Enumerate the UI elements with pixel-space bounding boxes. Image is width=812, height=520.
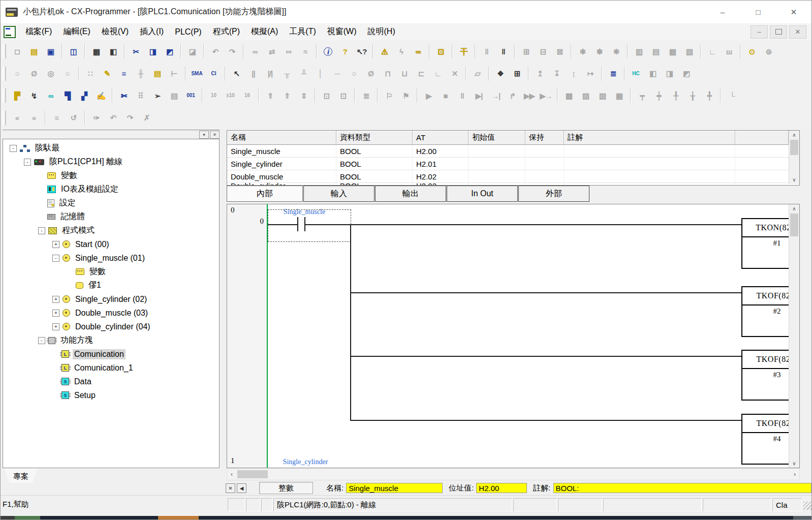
monitor-mode-button[interactable]: ✽ <box>591 44 607 58</box>
zoom-tool-button[interactable]: Ø <box>26 67 42 81</box>
step-in-button[interactable]: →| <box>488 88 504 103</box>
clear-pause-points-button[interactable]: ⚑ <box>398 88 414 103</box>
address-reference-window-button[interactable]: ▞ <box>76 88 92 103</box>
go-to-rung-button[interactable]: ▱ <box>470 67 485 81</box>
tree-item-data[interactable]: SData <box>3 375 219 388</box>
menu-i[interactable]: 插入(I) <box>134 23 169 40</box>
scroll-thumb[interactable] <box>237 470 268 478</box>
transfer-to-plc-button[interactable]: ⊞ <box>518 44 534 58</box>
timing-chart-3-button[interactable]: ╀ <box>668 88 683 103</box>
tree-item--[interactable]: -功能方塊 <box>3 333 219 347</box>
table-row[interactable]: Single_muscleBOOLH2.00 <box>227 145 799 158</box>
minimize-button[interactable]: – <box>705 1 740 23</box>
redo-button[interactable]: ↷ <box>224 44 240 58</box>
scroll-left-icon[interactable]: ‹ <box>227 469 236 480</box>
signed-decimal-display-button[interactable]: ±10 <box>223 88 238 103</box>
tree-item--plc1-cp1h-[interactable]: -陔PLC1[CP1H] 離線 <box>3 155 219 169</box>
connect-line-button[interactable]: ∟ <box>430 67 446 81</box>
editbar-back-button[interactable]: ◀ <box>237 483 246 493</box>
align-list-button[interactable]: ≡ <box>49 111 65 125</box>
toolbar-grip[interactable] <box>3 88 6 103</box>
zoom-out-button[interactable]: ○ <box>9 67 25 81</box>
timing-chart-5-button[interactable]: ╇ <box>701 88 717 103</box>
panel-close-button[interactable]: ✕ <box>210 131 220 139</box>
cut-button[interactable]: ✂ <box>128 44 144 58</box>
add-to-watch-button[interactable]: ↥ <box>532 67 548 81</box>
properties-window-button[interactable]: ✍ <box>93 88 109 103</box>
plc-monitor-1-button[interactable]: ▩ <box>561 88 577 103</box>
delete-line-button[interactable]: ✕ <box>447 67 462 81</box>
resize-grip[interactable] <box>803 502 811 510</box>
contact-operand-label[interactable]: Single_cylinder <box>270 458 341 466</box>
outdent-rung-button[interactable]: « <box>9 111 25 125</box>
tree-item-io-[interactable]: IO表及模組設定 <box>3 182 219 196</box>
undo-button[interactable]: ↶ <box>207 44 223 58</box>
hex-monitor-button[interactable]: HC <box>628 67 644 81</box>
marker-undo-button[interactable]: ↶ <box>105 111 121 125</box>
menu-h[interactable]: 說明(H) <box>362 23 401 40</box>
replace-button[interactable]: ⇄ <box>264 44 279 58</box>
print-preview-button[interactable]: ◧ <box>105 44 121 58</box>
expand-icon[interactable]: + <box>52 241 59 248</box>
mdi-restore-button[interactable] <box>770 25 787 39</box>
toolbar-grip[interactable] <box>3 44 6 58</box>
run-mode-button[interactable]: ❋ <box>608 44 624 58</box>
maximize-button[interactable]: □ <box>740 1 776 23</box>
io-comment-view-button[interactable]: ⊞ <box>509 67 525 81</box>
plc-monitor-4-button[interactable]: ▦ <box>611 88 627 103</box>
tile-windows-button[interactable]: ✄ <box>116 88 132 103</box>
copy-button[interactable]: ◨ <box>145 44 161 58</box>
remove-from-watch-button[interactable]: ↧ <box>549 67 565 81</box>
tree-item-comunication-1[interactable]: LComunication_1 <box>3 361 219 375</box>
time-chart-monitor-button[interactable]: ш <box>721 44 737 58</box>
work-online-simulator-button[interactable]: 干 <box>456 44 472 58</box>
step-out-button[interactable]: ↱ <box>505 88 520 103</box>
marker-clear-button[interactable]: ✗ <box>139 111 154 125</box>
work-online-button[interactable]: ⊡ <box>433 44 449 58</box>
zoom-in-button[interactable]: ◎ <box>43 67 58 81</box>
column-header-資料類型[interactable]: 資料類型 <box>336 131 413 145</box>
ladder-h-scrollbar[interactable]: ‹ › <box>227 468 800 480</box>
column-header-初始值[interactable]: 初始值 <box>469 131 525 145</box>
tree-item--[interactable]: 記憶體 <box>3 210 219 224</box>
find-button[interactable]: ∞ <box>247 44 263 58</box>
menu-plcp[interactable]: PLC(P) <box>169 23 207 40</box>
tree-item-setup[interactable]: SSetup <box>3 388 219 402</box>
timing-chart-4-button[interactable]: ╁ <box>684 88 700 103</box>
properties-button[interactable]: i <box>320 44 336 58</box>
new-contact-button[interactable]: || <box>245 67 261 81</box>
watch-window-button[interactable]: ∞ <box>43 88 58 103</box>
project-window-button[interactable]: ▛ <box>9 88 25 103</box>
cross-reference-button[interactable]: ≣ <box>605 67 621 81</box>
column-header-AT[interactable]: AT <box>413 131 469 145</box>
tab-輸出[interactable]: 輸出 <box>375 186 446 202</box>
view-program-list-button[interactable]: ≣ <box>358 88 374 103</box>
tree-item-comunication[interactable]: LComunication <box>3 347 219 361</box>
menu-t[interactable]: 工具(T) <box>284 23 321 40</box>
binary-monitor-button[interactable]: 001 <box>183 88 199 103</box>
new-fb-call-button[interactable]: ⊔ <box>396 67 412 81</box>
find-warning-button[interactable]: ∞ <box>410 44 426 58</box>
toggle-watch-button[interactable]: ↨ <box>566 67 581 81</box>
set-on-button[interactable]: ⇑ <box>262 88 278 103</box>
project-tab[interactable]: 專案 <box>5 469 37 483</box>
marker-pen-button[interactable]: ✑ <box>88 111 104 125</box>
simulation-pause-button[interactable]: ‖ <box>454 88 470 103</box>
save-button[interactable]: ▣ <box>43 44 58 58</box>
tab-外部[interactable]: 外部 <box>518 186 589 202</box>
plc-monitor-2-button[interactable]: ▨ <box>578 88 594 103</box>
step-run-button[interactable]: ▶| <box>471 88 487 103</box>
new-or-contact-button[interactable]: ╥ <box>279 67 295 81</box>
show-grid-button[interactable]: ∷ <box>82 67 98 81</box>
return-jump-button[interactable]: └ <box>724 88 740 103</box>
pause-monitor-button[interactable]: ‖ <box>479 44 494 58</box>
collapse-icon[interactable]: - <box>38 227 45 234</box>
scroll-thumb[interactable] <box>790 213 798 236</box>
address-field[interactable]: H2.00 <box>476 483 527 493</box>
monitor-window-2-button[interactable]: ▤ <box>648 44 664 58</box>
new-vertical-line-button[interactable]: │ <box>313 67 328 81</box>
new-closed-coil-button[interactable]: Ø <box>363 67 379 81</box>
decimal-display-button[interactable]: 10 <box>206 88 222 103</box>
marker-redo-button[interactable]: ↷ <box>122 111 138 125</box>
force-off-button[interactable]: ⊚ <box>761 44 776 58</box>
